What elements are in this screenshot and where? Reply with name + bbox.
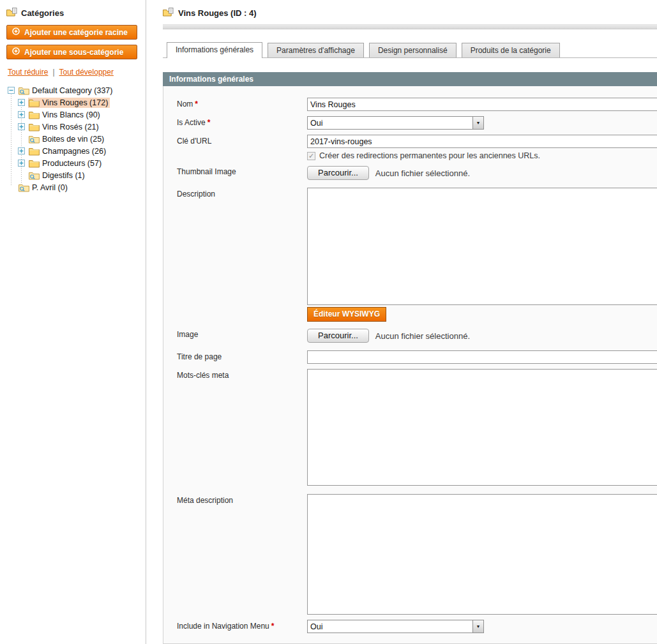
form-row-meta-keywords: Mots-clés meta: [177, 369, 657, 486]
plus-box-icon[interactable]: [18, 147, 25, 154]
description-label: Description: [177, 188, 307, 322]
required-marker: *: [271, 622, 275, 631]
tree-item-label: Champagnes (26): [42, 147, 106, 156]
section-header: Informations générales: [163, 72, 657, 86]
description-textarea[interactable]: [307, 188, 657, 305]
tab-design-personnalise[interactable]: Design personnalisé: [369, 43, 457, 57]
folder-icon: [29, 110, 40, 119]
folder-leaf-icon: [29, 135, 40, 144]
plus-box-icon[interactable]: [18, 123, 25, 130]
tree-expand-links: Tout réduire|Tout développer: [8, 68, 144, 77]
is-active-selected-value: Oui: [308, 117, 472, 129]
plus-box-icon[interactable]: [18, 160, 25, 167]
form-row-url-key: Clé d'URL ✓ Créer des redirections perma…: [177, 135, 657, 160]
page-title: Vins Rouges (ID : 4): [178, 8, 257, 18]
tab-bar: Informations générales Paramètres d'affi…: [163, 42, 657, 58]
tree-item-vins-blancs[interactable]: Vins Blancs (90): [5, 109, 146, 121]
folder-leaf-icon: [19, 183, 29, 192]
folder-icon: [29, 159, 40, 168]
tree-item-label: Default Category (337): [32, 86, 112, 95]
wysiwyg-editor-button[interactable]: Éditeur WYSIWYG: [307, 307, 386, 322]
tab-produits-categorie[interactable]: Produits de la catégorie: [462, 43, 560, 57]
form-row-meta-description: Méta description: [177, 494, 657, 615]
tree-item-vins-rouges[interactable]: Vins Rouges (172): [5, 96, 146, 109]
folder-icon: [29, 98, 40, 107]
form-row-nom: Nom*: [177, 98, 657, 111]
add-subcategory-label: Ajouter une sous-catégorie: [24, 48, 123, 57]
redirect-checkbox-row: ✓ Créer des redirections permanentes pou…: [307, 151, 657, 160]
is-active-select[interactable]: Oui ▼: [307, 116, 484, 130]
tree-item-p-avril[interactable]: P. Avril (0): [5, 181, 146, 193]
image-label: Image: [177, 328, 307, 343]
plus-circle-icon: [12, 47, 20, 57]
image-no-file-text: Aucun fichier sélectionné.: [375, 331, 470, 341]
form-row-include-nav: Include in Navigation Menu* Oui ▼: [177, 620, 657, 633]
tree-item-boites-de-vin[interactable]: Boites de vin (25): [5, 133, 146, 145]
add-subcategory-button[interactable]: Ajouter une sous-catégorie: [6, 45, 137, 59]
include-nav-label: Include in Navigation Menu*: [177, 620, 307, 633]
url-key-label: Clé d'URL: [177, 135, 307, 160]
tree-item-label: Boites de vin (25): [42, 135, 104, 144]
plus-box-icon[interactable]: [18, 111, 25, 118]
meta-description-label: Méta description: [177, 494, 307, 615]
redirect-checkbox-label: Créer des redirections permanentes pour …: [319, 151, 540, 160]
tree-item-default-category[interactable]: Default Category (337): [5, 84, 146, 96]
minus-box-icon[interactable]: [8, 87, 15, 94]
nom-input[interactable]: [307, 98, 657, 111]
tree-item-label: Digestifs (1): [42, 171, 85, 180]
folder-leaf-icon: [19, 86, 29, 95]
include-nav-selected-value: Oui: [308, 620, 472, 633]
tree-item-vins-roses[interactable]: Vins Rosés (21): [5, 121, 146, 133]
redirect-checkbox[interactable]: ✓: [307, 152, 315, 160]
tree-item-label: P. Avril (0): [32, 183, 68, 192]
thumbnail-browse-button[interactable]: Parcourir...: [307, 166, 369, 180]
folder-icon: [29, 147, 40, 156]
page-title-field-label: Titre de page: [177, 350, 307, 364]
tree-item-label: Vins Rouges (172): [42, 98, 108, 107]
meta-keywords-label: Mots-clés meta: [177, 369, 307, 486]
tab-parametres-affichage[interactable]: Paramètres d'affichage: [268, 43, 364, 57]
category-edit-panel: Vins Rouges (ID : 4) Informations généra…: [146, 0, 657, 644]
form-row-thumbnail: Thumbnail Image Parcourir... Aucun fichi…: [177, 165, 657, 180]
tree-item-label: Vins Blancs (90): [42, 110, 100, 119]
tree-item-producteurs[interactable]: Producteurs (57): [5, 157, 146, 169]
form-row-page-title: Titre de page: [177, 350, 657, 364]
folder-leaf-icon: [29, 171, 40, 180]
tab-informations-generales[interactable]: Informations générales: [167, 42, 262, 58]
plus-box-icon[interactable]: [18, 99, 25, 106]
nom-label: Nom*: [177, 98, 307, 111]
form-row-image: Image Parcourir... Aucun fichier sélecti…: [177, 328, 657, 343]
thumbnail-no-file-text: Aucun fichier sélectionné.: [375, 168, 470, 178]
page-title-row: Vins Rouges (ID : 4): [163, 8, 657, 19]
sidebar-title-row: Catégories: [6, 8, 146, 19]
categories-sidebar: Catégories Ajouter une catégorie racine …: [0, 0, 146, 644]
tree-item-label: Producteurs (57): [42, 159, 102, 168]
category-tree: Default Category (337) Vins Rouges (172)…: [5, 84, 146, 193]
tree-item-champagnes[interactable]: Champagnes (26): [5, 145, 146, 157]
tree-item-digestifs[interactable]: Digestifs (1): [5, 169, 146, 181]
plus-circle-icon: [12, 27, 20, 37]
dropdown-arrow-icon: ▼: [472, 117, 483, 129]
meta-description-textarea[interactable]: [307, 494, 657, 615]
folder-page-icon: [6, 8, 17, 19]
meta-keywords-textarea[interactable]: [307, 369, 657, 486]
url-key-input[interactable]: [307, 135, 657, 148]
page-title-input[interactable]: [307, 350, 657, 364]
expand-all-link[interactable]: Tout développer: [59, 68, 114, 77]
add-root-category-button[interactable]: Ajouter une catégorie racine: [6, 25, 137, 40]
form-row-is-active: Is Active* Oui ▼: [177, 116, 657, 130]
required-marker: *: [208, 118, 211, 127]
folder-icon: [29, 123, 40, 131]
dropdown-arrow-icon: ▼: [472, 620, 483, 633]
add-root-category-label: Ajouter une catégorie racine: [24, 28, 128, 37]
collapse-all-link[interactable]: Tout réduire: [8, 68, 48, 77]
is-active-label: Is Active*: [177, 116, 307, 130]
folder-page-icon: [163, 8, 174, 19]
thumbnail-label: Thumbnail Image: [177, 165, 307, 180]
general-info-fieldset: Nom* Is Active* Oui ▼ Clé d'URL ✓: [163, 86, 657, 644]
title-separator: [163, 24, 657, 29]
image-browse-button[interactable]: Parcourir...: [307, 329, 369, 343]
link-separator: |: [52, 68, 54, 77]
include-nav-select[interactable]: Oui ▼: [307, 620, 484, 633]
sidebar-title: Catégories: [21, 8, 64, 18]
